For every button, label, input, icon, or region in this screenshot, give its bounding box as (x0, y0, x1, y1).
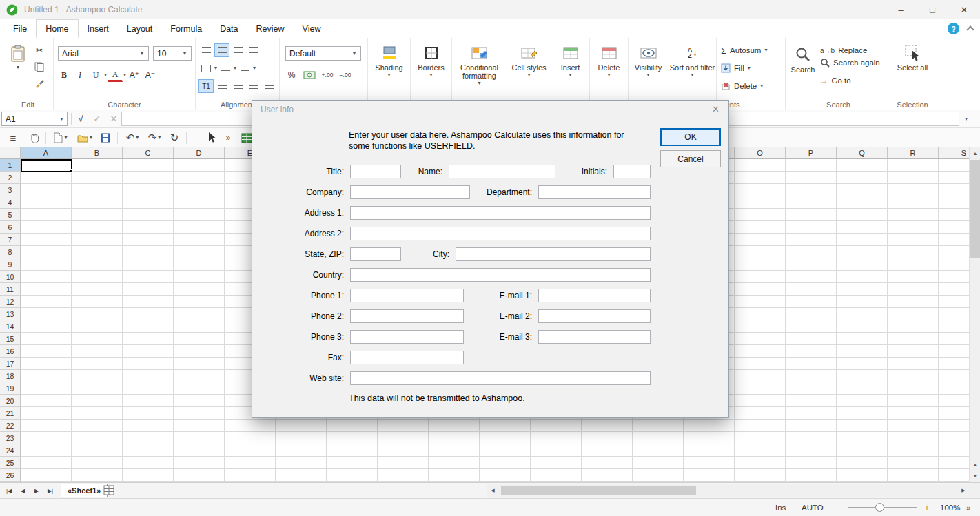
percent-format-button[interactable]: % (284, 68, 299, 82)
row-header-7[interactable]: 7 (0, 234, 21, 246)
next-sheet-button[interactable]: ▶ (30, 484, 43, 497)
align-left-button[interactable] (214, 79, 229, 93)
menu-tab-data[interactable]: Data (211, 19, 247, 38)
row-header-19[interactable]: 19 (0, 382, 21, 395)
paste-button[interactable]: ▾ (7, 42, 29, 94)
refresh-button[interactable]: ↻ (167, 130, 182, 145)
column-header-r[interactable]: R (888, 147, 939, 159)
row-header-4[interactable]: 4 (0, 196, 21, 209)
insert-function-button[interactable]: √ (73, 112, 88, 126)
menu-tab-formula[interactable]: Formula (161, 19, 211, 38)
copy-button[interactable] (32, 60, 47, 74)
open-dropdown-icon[interactable]: ▾ (90, 135, 92, 141)
italic-button[interactable]: I (72, 68, 88, 82)
more-tools-icon[interactable]: » (222, 130, 234, 145)
status-more-icon[interactable]: » (966, 499, 970, 516)
font-color-dropdown-icon[interactable]: ▾ (123, 72, 126, 78)
selected-cell-a1[interactable] (21, 159, 72, 172)
field-input-initials[interactable] (613, 165, 651, 178)
formula-bar-expand-icon[interactable]: ▾ (961, 112, 972, 126)
column-header-o[interactable]: O (735, 147, 786, 159)
delete-button[interactable]: Delete ▾ (590, 41, 628, 78)
delete-dropdown-icon[interactable]: ▾ (607, 72, 610, 78)
search-again-button[interactable]: Search again (820, 56, 880, 70)
font-color-button[interactable]: A (108, 68, 123, 82)
sort-and-filter-button[interactable]: AZ ↓ Sort and filter ▾ (668, 41, 716, 78)
row-header-2[interactable]: 2 (0, 172, 21, 184)
row-header-20[interactable]: 20 (0, 395, 21, 407)
insert-dropdown-icon[interactable]: ▾ (569, 72, 571, 78)
select-all-button[interactable]: Select all (892, 41, 933, 72)
column-header-q[interactable]: Q (837, 147, 888, 159)
row-header-6[interactable]: 6 (0, 221, 21, 234)
search-button[interactable]: Search (788, 41, 817, 94)
row-header-8[interactable]: 8 (0, 246, 21, 258)
underline-button[interactable]: U (88, 68, 103, 82)
collapse-ribbon-icon[interactable] (966, 25, 974, 33)
field-input-phone3[interactable] (350, 330, 464, 344)
open-file-button[interactable]: ▾ (74, 130, 95, 145)
field-input-country[interactable] (350, 268, 651, 282)
field-input-state_zip[interactable] (350, 247, 401, 261)
borders-button[interactable]: Borders ▾ (411, 41, 451, 78)
scroll-split-up-icon[interactable]: ▲ (970, 459, 980, 470)
field-input-email1[interactable] (538, 289, 651, 302)
align-justify-button[interactable] (262, 79, 277, 93)
autosum-button[interactable]: Σ Autosum ▾ (721, 43, 767, 57)
indent-dropdown-icon[interactable]: ▾ (253, 65, 256, 71)
fill-button[interactable]: Fill ▾ (721, 61, 751, 75)
field-input-company[interactable] (350, 185, 470, 199)
cancel-button[interactable]: Cancel (660, 150, 721, 167)
align-bottom-button[interactable] (230, 43, 245, 57)
previous-sheet-button[interactable]: ◀ (17, 484, 29, 497)
last-sheet-button[interactable]: ▶| (44, 484, 57, 497)
menu-tab-insert[interactable]: Insert (79, 19, 118, 38)
number-format-select[interactable]: Default▾ (285, 46, 361, 61)
cell-styles-dropdown-icon[interactable]: ▾ (527, 72, 530, 78)
column-header-s[interactable]: S (939, 147, 969, 159)
paste-dropdown-icon[interactable]: ▾ (17, 65, 19, 70)
sort-dropdown-icon[interactable]: ▾ (691, 72, 693, 78)
wrap-text-button[interactable] (218, 61, 233, 75)
field-input-email2[interactable] (538, 309, 651, 323)
sheet-tab-sheet1[interactable]: «Sheet1» (61, 484, 108, 497)
align-right-button[interactable] (246, 79, 261, 93)
vertical-scrollbar[interactable]: ▲ ▲ ▼ (969, 147, 980, 482)
row-header-14[interactable]: 14 (0, 320, 21, 333)
field-input-title[interactable] (350, 165, 401, 178)
fill-dropdown-icon[interactable]: ▾ (748, 65, 751, 71)
currency-format-button[interactable] (302, 68, 317, 82)
redo-dropdown-icon[interactable]: ▾ (158, 135, 161, 141)
cut-button[interactable]: ✂ (32, 43, 47, 57)
redo-button[interactable]: ↷▾ (145, 130, 164, 145)
new-document-button[interactable]: ▾ (51, 130, 70, 145)
cell-reference-box[interactable]: A1▾ (1, 112, 68, 126)
close-button[interactable]: ✕ (948, 0, 980, 19)
zoom-in-button[interactable]: + (924, 499, 930, 516)
manage-sheets-icon[interactable] (103, 485, 114, 497)
row-header-16[interactable]: 16 (0, 345, 21, 358)
confirm-entry-button[interactable]: ✓ (90, 112, 105, 126)
row-header-3[interactable]: 3 (0, 184, 21, 196)
menu-tab-file[interactable]: File (4, 19, 36, 38)
align-center-button[interactable] (230, 79, 245, 93)
dialog-close-icon[interactable]: ✕ (712, 104, 719, 114)
scroll-up-icon[interactable]: ▲ (970, 147, 980, 158)
select-all-corner[interactable] (0, 147, 21, 159)
column-header-d[interactable]: D (174, 147, 225, 159)
visibility-button[interactable]: Visibility ▾ (629, 41, 668, 78)
pan-hand-button[interactable] (26, 130, 41, 145)
scroll-down-icon[interactable]: ▼ (970, 470, 980, 481)
row-header-11[interactable]: 11 (0, 283, 21, 296)
merge-dropdown-icon[interactable]: ▾ (214, 65, 217, 71)
zoom-slider-thumb[interactable] (875, 503, 884, 512)
save-button[interactable] (98, 130, 113, 145)
row-header-24[interactable]: 24 (0, 444, 21, 457)
font-name-select[interactable]: Arial▾ (58, 46, 149, 61)
cell-styles-button[interactable]: Cell styles ▾ (507, 41, 551, 78)
fill-handle[interactable] (70, 169, 73, 173)
menu-tab-layout[interactable]: Layout (118, 19, 162, 38)
indent-button[interactable] (237, 61, 252, 75)
insert-button[interactable]: Insert ▾ (551, 41, 589, 78)
zoom-level[interactable]: 100% (940, 499, 960, 516)
